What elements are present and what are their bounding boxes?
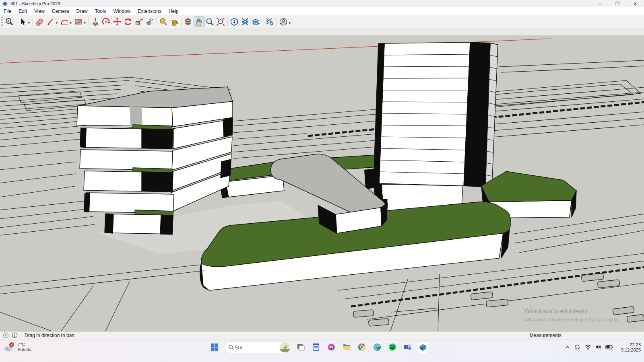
start-button[interactable] — [208, 341, 221, 353]
taskbar: 4 7°C Bulutlu — [0, 339, 644, 362]
follow-me-tool-icon[interactable] — [101, 16, 112, 27]
menu-tools[interactable]: Tools — [91, 7, 110, 15]
account-dropdown-caret[interactable]: ▼ — [288, 21, 291, 25]
weather-condition: Bulutlu — [18, 347, 31, 352]
spotify-app-icon[interactable] — [386, 341, 398, 353]
arc-dropdown-caret[interactable]: ▼ — [69, 21, 72, 25]
menu-bar: File Edit View Camera Draw Tools Window … — [0, 7, 644, 15]
menu-extensions[interactable]: Extensions — [134, 7, 165, 15]
pan-tool-icon[interactable] — [194, 16, 204, 27]
zoom-tool-icon[interactable] — [204, 16, 215, 27]
sync-status-icon[interactable] — [574, 343, 581, 350]
volume-icon[interactable] — [595, 343, 602, 350]
info-icon[interactable] — [12, 332, 18, 338]
copilot-app-icon[interactable] — [325, 341, 337, 353]
extension-manager-tool-icon[interactable] — [264, 16, 275, 27]
tray-date: 9.12.2025 — [621, 348, 641, 353]
weather-cloud-icon: 4 — [3, 341, 15, 353]
share-component-tool-icon[interactable] — [251, 16, 262, 27]
measurements-label: Measurements — [530, 333, 561, 338]
push-pull-tool-icon[interactable] — [90, 16, 101, 27]
sketchup-window: 301 - SketchUp Pro 2023 – ❐ ✕ File Edit … — [0, 0, 644, 362]
model-scene — [0, 28, 644, 331]
battery-icon[interactable] — [605, 344, 613, 350]
menu-view[interactable]: View — [31, 7, 48, 15]
rectangle-dropdown-caret[interactable]: ▼ — [83, 21, 87, 25]
tray-time: 22:23 — [621, 342, 641, 348]
search-highlight-image — [280, 342, 290, 352]
line-tool-icon[interactable] — [45, 16, 56, 27]
search-icon — [228, 344, 234, 350]
minimize-button[interactable]: – — [591, 0, 609, 7]
teams-app-icon[interactable]: T — [402, 341, 414, 353]
line-dropdown-caret[interactable]: ▼ — [55, 21, 58, 25]
svg-text:4: 4 — [11, 343, 13, 347]
sketchup-app-icon[interactable] — [417, 341, 429, 353]
window-title: 301 - SketchUp Pro 2023 — [10, 1, 60, 6]
extension-warehouse-tool-icon[interactable] — [240, 16, 251, 27]
eraser-tool-icon[interactable] — [34, 16, 45, 27]
weather-widget[interactable]: 4 7°C Bulutlu — [3, 341, 31, 353]
weather-temp: 7°C — [18, 342, 31, 347]
taskbar-search[interactable] — [224, 341, 291, 353]
svg-text:T: T — [405, 345, 407, 349]
move-tool-icon[interactable] — [112, 16, 123, 27]
zoom-extents-tool-icon[interactable] — [215, 16, 226, 27]
close-button[interactable]: ✕ — [626, 0, 644, 7]
menu-draw[interactable]: Draw — [73, 7, 91, 15]
select-dropdown-caret[interactable]: ▼ — [27, 21, 31, 25]
scale-tool-icon[interactable] — [134, 16, 144, 27]
get-models-tool-icon[interactable] — [229, 16, 240, 27]
parked-cars — [353, 273, 644, 326]
menu-edit[interactable]: Edit — [15, 7, 31, 15]
taskbar-clock[interactable]: 22:23 9.12.2025 — [621, 342, 641, 353]
paint-bucket-tool-icon[interactable] — [169, 16, 180, 27]
edge-app-icon[interactable] — [371, 341, 383, 353]
status-bar: Drag in direction to pan Measurements — [0, 331, 644, 339]
rectangle-tool-icon[interactable] — [73, 16, 84, 27]
toolbar: ▼ ▼ ▼ ▼ — [0, 15, 644, 28]
rotate-tool-icon[interactable] — [123, 16, 134, 27]
tray-chevron-icon[interactable] — [565, 344, 570, 350]
search-input[interactable] — [234, 344, 280, 350]
task-view-button[interactable] — [295, 341, 307, 353]
notepad-app-icon[interactable] — [310, 341, 322, 353]
title-bar: 301 - SketchUp Pro 2023 – ❐ ✕ — [0, 0, 644, 7]
file-explorer-icon[interactable] — [341, 341, 353, 353]
menu-window[interactable]: Window — [110, 7, 134, 15]
geolocation-icon[interactable] — [3, 332, 9, 338]
restore-button[interactable]: ❐ — [609, 0, 626, 7]
tower-building — [364, 42, 498, 215]
zoom-window-tool-icon[interactable] — [4, 16, 14, 27]
system-tray — [565, 343, 613, 350]
tape-measure-tool-icon[interactable] — [158, 16, 169, 27]
offset-tool-icon[interactable] — [144, 16, 155, 27]
menu-camera[interactable]: Camera — [48, 7, 73, 15]
model-viewport[interactable]: Windows'u etkinleştir Windows'u etkinleş… — [0, 28, 644, 331]
status-hint: Drag in direction to pan — [25, 333, 74, 338]
account-icon[interactable] — [278, 16, 289, 27]
menu-file[interactable]: File — [0, 7, 15, 15]
arc-tool-icon[interactable] — [59, 16, 70, 27]
wifi-icon[interactable] — [584, 343, 591, 350]
measurements-input[interactable] — [566, 333, 640, 338]
toolbar-grip[interactable] — [1, 17, 4, 27]
select-tool-icon[interactable] — [17, 16, 28, 27]
menu-help[interactable]: Help — [165, 7, 182, 15]
orbit-tool-icon[interactable] — [183, 16, 194, 27]
chrome-app-icon[interactable] — [356, 341, 368, 353]
sketchup-logo-icon — [2, 1, 8, 6]
